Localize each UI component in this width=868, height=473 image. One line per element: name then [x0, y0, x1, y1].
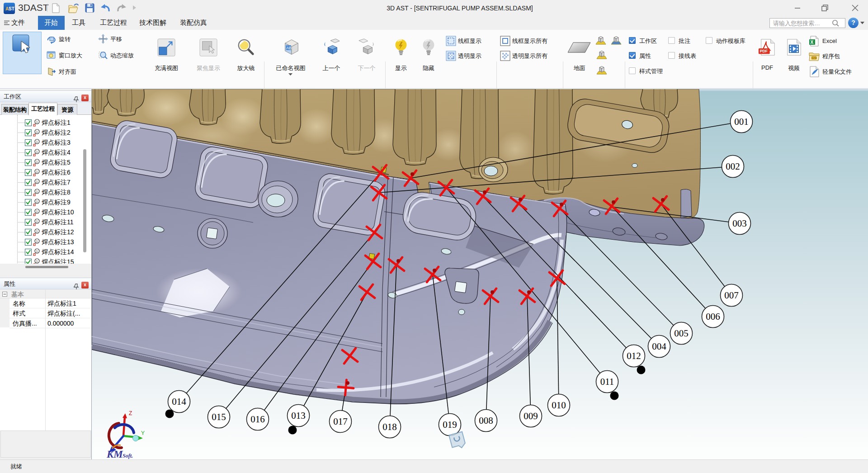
svg-text:1: 1	[36, 180, 38, 183]
svg-text:012: 012	[627, 350, 641, 361]
svg-text:005: 005	[674, 328, 689, 339]
svg-text:009: 009	[524, 411, 538, 421]
svg-text:1: 1	[36, 250, 38, 253]
svg-text:1: 1	[36, 170, 38, 173]
svg-text:ST: ST	[9, 6, 14, 11]
svg-text:1: 1	[36, 150, 38, 153]
svg-text:EXE: EXE	[812, 57, 817, 59]
svg-text:019: 019	[443, 419, 457, 430]
svg-text:017: 017	[333, 416, 348, 427]
svg-text:011: 011	[600, 376, 614, 387]
svg-text:PDF: PDF	[760, 49, 768, 53]
svg-text:1: 1	[36, 200, 38, 203]
svg-text:X: X	[811, 40, 814, 45]
svg-text:1: 1	[36, 130, 38, 133]
svg-text:1: 1	[36, 140, 38, 143]
svg-text:AB: AB	[286, 46, 292, 50]
svg-text:016: 016	[250, 414, 265, 425]
svg-text:1: 1	[36, 220, 38, 223]
svg-text:015: 015	[212, 412, 226, 422]
svg-text:008: 008	[479, 415, 493, 426]
svg-text:Z: Z	[129, 410, 132, 416]
svg-text:006: 006	[706, 311, 720, 322]
svg-text:1: 1	[36, 160, 38, 163]
svg-text:1: 1	[36, 210, 38, 213]
svg-text:004: 004	[652, 341, 666, 352]
svg-text:1: 1	[36, 190, 38, 193]
svg-text:1: 1	[36, 230, 38, 233]
svg-text:010: 010	[552, 400, 566, 411]
svg-text:003: 003	[732, 218, 747, 229]
svg-text:007: 007	[724, 290, 739, 301]
svg-text:014: 014	[172, 396, 186, 407]
svg-text:001: 001	[734, 116, 749, 127]
svg-text:013: 013	[291, 410, 306, 421]
svg-text:Y: Y	[141, 430, 145, 436]
svg-text:018: 018	[382, 421, 397, 432]
svg-text:1: 1	[36, 120, 38, 123]
svg-text:Soft.: Soft.	[123, 453, 133, 459]
svg-text:002: 002	[726, 161, 740, 172]
svg-text:1: 1	[36, 260, 38, 263]
svg-text:KM: KM	[106, 449, 123, 459]
svg-text:1: 1	[36, 240, 38, 243]
